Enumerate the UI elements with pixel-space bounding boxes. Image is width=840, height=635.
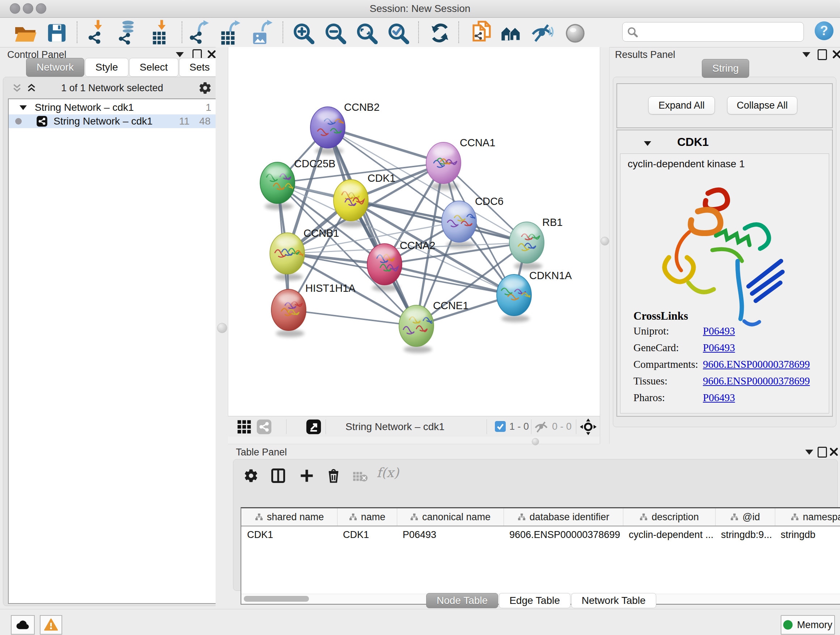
tab-string[interactable]: String <box>702 59 749 78</box>
crosslink-link[interactable]: P06493 <box>703 392 735 403</box>
export-image-icon[interactable] <box>248 19 276 47</box>
tab-network-table[interactable]: Network Table <box>571 593 656 608</box>
gene-expander-icon[interactable] <box>644 141 651 146</box>
string-import-document-icon[interactable] <box>467 19 495 47</box>
network-options-gear-icon[interactable] <box>198 81 212 95</box>
search-input[interactable] <box>622 22 804 42</box>
tab-style[interactable]: Style <box>85 58 128 77</box>
delete-column-icon[interactable] <box>326 467 341 484</box>
network-tree-row[interactable]: String Network – cdk1 11 48 <box>9 114 216 128</box>
node-ccnb2[interactable] <box>310 107 346 148</box>
table-panel-float-icon[interactable] <box>818 447 827 458</box>
tab-sets[interactable]: Sets <box>179 58 220 77</box>
string-settings-ball-icon[interactable] <box>561 19 589 47</box>
table-cell[interactable]: CDK1 <box>337 526 397 543</box>
tab-select[interactable]: Select <box>129 58 178 77</box>
show-columns-icon[interactable] <box>270 467 286 484</box>
table-cell[interactable]: 9606.ENSP00000378699 <box>504 526 623 543</box>
results-panel-collapse-icon[interactable] <box>802 52 810 57</box>
node-cdk1[interactable] <box>333 180 368 221</box>
help-button[interactable]: ? <box>815 21 834 40</box>
tab-node-table[interactable]: Node Table <box>426 593 498 608</box>
collapse-all-button[interactable]: Collapse All <box>727 96 797 114</box>
zoom-selected-icon[interactable] <box>384 19 412 47</box>
table-cell[interactable]: CDK1 <box>241 526 337 543</box>
function-builder-icon[interactable]: f(x) <box>377 465 399 480</box>
table-cell[interactable]: cyclin-dependent ... <box>623 526 715 543</box>
node-ccna2[interactable] <box>367 244 402 285</box>
table-cell[interactable]: P06493 <box>397 526 504 543</box>
hidden-eye-icon[interactable] <box>535 421 548 434</box>
column-header-description[interactable]: description <box>623 508 715 526</box>
node-cdc6[interactable] <box>442 201 478 242</box>
table-cell[interactable]: stringdb <box>775 526 840 543</box>
collapse-all-chevron-icon[interactable] <box>11 83 23 94</box>
grid-view-icon[interactable] <box>237 420 251 434</box>
open-in-window-icon[interactable] <box>306 419 322 435</box>
crosslink-link[interactable]: 9606.ENSP00000378699 <box>703 358 810 370</box>
results-panel-float-icon[interactable] <box>818 49 827 60</box>
edge-ccnb2-ccna1[interactable] <box>328 127 444 163</box>
selected-nodes-checkbox[interactable] <box>495 421 506 432</box>
column-header-shared-name[interactable]: shared name <box>241 508 338 526</box>
crosslink-link[interactable]: P06493 <box>703 325 735 337</box>
results-panel-close-icon[interactable] <box>832 50 840 59</box>
string-hide-icon[interactable] <box>528 19 556 47</box>
table-cell[interactable]: stringdb:9... <box>715 526 775 543</box>
column-header-canonical-name[interactable]: canonical name <box>397 508 504 526</box>
horizontal-splitter[interactable] <box>228 437 600 444</box>
table-panel-close-icon[interactable] <box>829 447 838 456</box>
share-view-icon[interactable] <box>256 419 272 435</box>
node-ccnb1[interactable] <box>270 233 306 274</box>
node-ccna1[interactable] <box>426 142 461 184</box>
edge-hist1h1a-ccne1[interactable] <box>289 310 416 326</box>
tab-edge-table[interactable]: Edge Table <box>499 593 570 608</box>
expand-all-chevron-icon[interactable] <box>25 83 38 94</box>
network-canvas[interactable]: CCNB2CCNA1CDC25BCDK1CDC6RB1CCNB1CCNA2CDK… <box>228 47 600 416</box>
column-header-namespace[interactable]: namespace <box>775 508 840 526</box>
import-table-file-icon[interactable] <box>148 19 175 47</box>
zoom-out-icon[interactable] <box>321 19 349 47</box>
warnings-button[interactable] <box>40 615 62 635</box>
expand-all-button[interactable]: Expand All <box>648 96 715 114</box>
fit-content-icon[interactable] <box>353 19 380 47</box>
crosslink-link[interactable]: P06493 <box>703 342 735 353</box>
control-panel-collapse-icon[interactable] <box>176 52 184 57</box>
network-edges[interactable] <box>278 127 527 326</box>
string-home-icon[interactable] <box>497 19 524 47</box>
refresh-view-icon[interactable] <box>426 19 454 47</box>
splitter-handle[interactable] <box>600 237 609 245</box>
node-ccne1[interactable] <box>399 305 434 347</box>
network-graph[interactable]: CCNB2CCNA1CDC25BCDK1CDC6RB1CCNB1CCNA2CDK… <box>228 47 600 416</box>
memory-button[interactable]: Memory <box>781 615 835 635</box>
table-options-gear-icon[interactable] <box>243 468 259 483</box>
tab-network[interactable]: Network <box>26 58 84 77</box>
column-header--id[interactable]: @id <box>715 508 775 526</box>
node-hist1h1a[interactable] <box>271 289 306 331</box>
open-session-icon[interactable] <box>11 19 39 47</box>
delete-table-icon[interactable] <box>353 471 368 482</box>
scrollbar-thumb[interactable] <box>244 596 309 602</box>
column-header-name[interactable]: name <box>337 508 397 526</box>
crosslink-link[interactable]: 9606.ENSP00000378699 <box>703 375 810 386</box>
node-table[interactable]: shared namenamecanonical namedatabase id… <box>240 507 840 605</box>
right-panel-splitter[interactable] <box>600 47 609 444</box>
zoom-in-icon[interactable] <box>289 19 317 47</box>
add-column-icon[interactable] <box>299 468 314 483</box>
cloud-status-button[interactable] <box>11 615 35 635</box>
import-network-file-icon[interactable] <box>84 19 111 47</box>
left-panel-splitter[interactable] <box>216 47 228 608</box>
column-header-database-identifier[interactable]: database identifier <box>504 508 623 526</box>
birdseye-crosshair-icon[interactable] <box>579 418 597 435</box>
edge-ccnb2-ccne1[interactable] <box>328 127 416 326</box>
export-network-icon[interactable] <box>185 19 213 47</box>
network-tree-root-row[interactable]: String Network – cdk1 1 <box>9 101 216 114</box>
import-network-database-icon[interactable] <box>114 19 142 47</box>
splitter-handle[interactable] <box>217 323 227 333</box>
tree-expander-icon[interactable] <box>19 105 27 110</box>
export-table-icon[interactable] <box>217 19 244 47</box>
node-cdkn1a[interactable] <box>497 274 532 316</box>
node-rb1[interactable] <box>509 222 544 263</box>
table-panel-collapse-icon[interactable] <box>805 450 813 455</box>
save-session-icon[interactable] <box>43 19 71 47</box>
